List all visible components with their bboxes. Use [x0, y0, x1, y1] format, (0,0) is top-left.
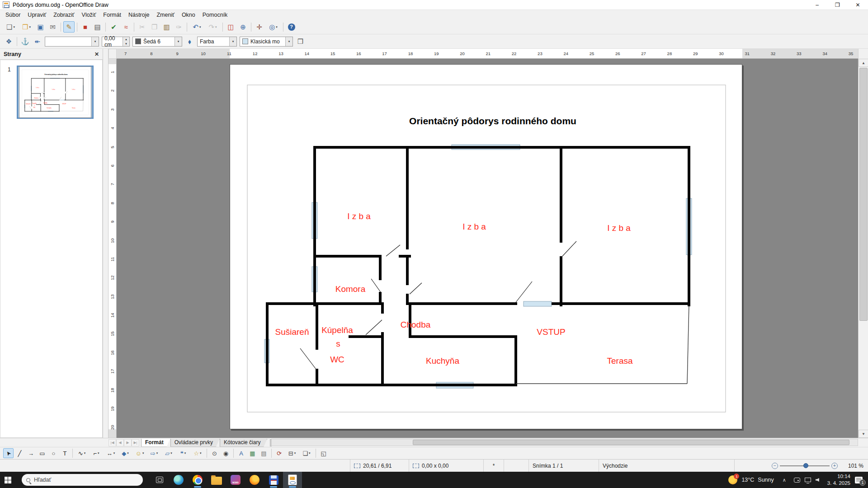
select-icon[interactable]: ➤▾: [3, 448, 14, 458]
email-icon[interactable]: ✉▾: [47, 21, 58, 33]
network-icon[interactable]: [805, 478, 811, 482]
horizontal-scrollbar[interactable]: [271, 439, 858, 446]
new-document-icon[interactable]: ❑▾: [3, 21, 18, 33]
document-page[interactable]: Orientačný pôdorys rodinného domu: [230, 64, 742, 429]
tab-nav-button[interactable]: |◀: [108, 439, 116, 446]
open-icon[interactable]: ❒▾: [19, 21, 34, 33]
basic-shapes-icon[interactable]: ◆▾: [118, 448, 132, 458]
taskbar-search-input[interactable]: Hľadať: [22, 474, 143, 486]
taskbar-backup-app[interactable]: [264, 472, 283, 488]
menu-item[interactable]: Pomocník: [199, 11, 231, 19]
vertical-ruler[interactable]: 1234567891011121314151617181920: [108, 59, 117, 438]
cast-icon[interactable]: [794, 478, 800, 483]
menu-item[interactable]: Formát: [99, 11, 125, 19]
lines-arrows-icon[interactable]: ↔▾: [104, 448, 118, 458]
zoom-out-icon[interactable]: −: [772, 463, 778, 469]
menu-item[interactable]: Upraviť: [24, 11, 50, 19]
print-icon[interactable]: ▤▾: [92, 21, 103, 33]
menu-item[interactable]: Okno: [178, 11, 199, 19]
taskbar-clock[interactable]: 10:14 3. 4. 2025: [823, 473, 855, 487]
drawing-canvas[interactable]: Orientačný pôdorys rodinného domu: [117, 59, 858, 438]
line-style-combo[interactable]: ▾: [45, 37, 99, 47]
line-icon[interactable]: ╱▾: [14, 448, 25, 458]
connector-icon[interactable]: ⌐▾: [90, 448, 103, 458]
rectangle-icon[interactable]: ▭▾: [37, 448, 47, 458]
line-color-combo[interactable]: Šedá 6 ▾: [132, 37, 182, 47]
flowchart-icon[interactable]: ▱▾: [162, 448, 175, 458]
auto-spellcheck-icon[interactable]: ≈▾: [120, 21, 132, 33]
glue-points-icon[interactable]: ◉▾: [221, 448, 231, 458]
fontwork-icon[interactable]: A▾: [236, 448, 246, 458]
shadow-icon[interactable]: ❒▾: [295, 36, 306, 47]
page-style[interactable]: Východzie: [599, 460, 735, 472]
chart-icon[interactable]: ◫▾: [225, 21, 236, 33]
tab-nav-button[interactable]: ▶|: [132, 439, 139, 446]
edit-points-icon[interactable]: ⊙▾: [209, 448, 220, 458]
copy-icon[interactable]: ❐▾: [149, 21, 160, 33]
taskbar-chrome[interactable]: [188, 472, 207, 488]
alignment-icon[interactable]: ⊟▾: [285, 448, 299, 458]
arrange-icon[interactable]: ❏▾: [300, 448, 313, 458]
panel-splitter[interactable]: [103, 49, 108, 438]
scroll-down-icon[interactable]: ▼: [859, 430, 868, 438]
curve-icon[interactable]: ∿▾: [75, 448, 89, 458]
zoom-percentage[interactable]: 101 %: [843, 463, 868, 469]
gallery-icon[interactable]: ▤▾: [259, 448, 269, 458]
notification-icon[interactable]: 1: [855, 477, 863, 483]
panel-close-icon[interactable]: ✕: [94, 51, 99, 57]
menu-item[interactable]: Súbor: [2, 11, 24, 19]
cut-icon[interactable]: ✂▾: [137, 21, 148, 33]
clone-formatting-icon[interactable]: ✑▾: [173, 21, 184, 33]
zoom-icon[interactable]: ◎▾: [266, 21, 281, 33]
zoom-slider-thumb[interactable]: [803, 463, 808, 468]
tab-nav-button[interactable]: ◀: [116, 439, 124, 446]
export-pdf-icon[interactable]: ■▾: [80, 21, 91, 33]
scroll-up-icon[interactable]: ▲: [859, 59, 868, 67]
menu-item[interactable]: Nástroje: [125, 11, 153, 19]
spellcheck-icon[interactable]: ✔▾: [108, 21, 119, 33]
arrow-icon[interactable]: →▾: [26, 448, 36, 458]
taskbar-m365[interactable]: M365: [226, 472, 245, 488]
taskbar-edge[interactable]: [169, 472, 188, 488]
redo-icon[interactable]: ↷▾: [205, 21, 220, 33]
block-arrows-icon[interactable]: ⇨▾: [147, 448, 161, 458]
menu-item[interactable]: Zobraziť: [50, 11, 78, 19]
tab-nav-button[interactable]: ▶: [124, 439, 132, 446]
help-icon[interactable]: ?▾: [286, 21, 297, 33]
tray-expand-icon[interactable]: ∧: [778, 477, 790, 483]
page-thumbnail[interactable]: [17, 66, 94, 119]
vertical-scroll-thumb[interactable]: [859, 68, 868, 321]
edit-mode-icon[interactable]: ✎▾: [63, 21, 75, 33]
area-style-combo[interactable]: Farba ▾: [197, 37, 237, 47]
start-button[interactable]: [0, 472, 15, 488]
volume-icon[interactable]: [816, 478, 819, 482]
area-style-icon[interactable]: ⬧: [184, 36, 195, 47]
horizontal-ruler[interactable]: 7891011121314151617181920212223242526272…: [117, 49, 858, 59]
zoom-in-icon[interactable]: +: [831, 463, 838, 469]
arrow-style-icon[interactable]: ↞▾: [32, 36, 43, 47]
vertical-scrollbar[interactable]: ▲ ▼: [858, 49, 868, 438]
taskbar-file-explorer[interactable]: [207, 472, 226, 488]
fill-color-combo[interactable]: Klasická mo ▾: [240, 37, 293, 47]
hyperlink-icon[interactable]: ⊕▾: [237, 21, 249, 33]
taskbar-firefox[interactable]: [245, 472, 264, 488]
text-icon[interactable]: T▾: [60, 448, 70, 458]
task-view-button[interactable]: [150, 472, 169, 488]
symbol-shapes-icon[interactable]: ☺▾: [133, 448, 146, 458]
maximize-button[interactable]: ❐: [827, 0, 848, 9]
from-file-icon[interactable]: ▦▾: [247, 448, 258, 458]
edit-points-icon[interactable]: ❖▾: [3, 36, 14, 47]
horizontal-scroll-thumb[interactable]: [413, 440, 849, 445]
navigator-icon[interactable]: ✛▾: [254, 21, 265, 33]
menu-item[interactable]: Zmeniť: [153, 11, 178, 19]
stars-icon[interactable]: ☆▾: [191, 448, 204, 458]
zoom-slider[interactable]: [780, 465, 830, 466]
rotate-icon[interactable]: ⟳▾: [274, 448, 284, 458]
anchor-icon[interactable]: ⚓▾: [19, 36, 31, 47]
paste-icon[interactable]: ▥▾: [161, 21, 172, 33]
menu-item[interactable]: Vložiť: [78, 11, 100, 19]
taskbar-openoffice-draw[interactable]: [283, 472, 302, 488]
weather-widget[interactable]: 1 13°C Sunny: [724, 472, 778, 488]
extrusion-icon[interactable]: ◱▾: [318, 448, 329, 458]
callouts-icon[interactable]: ❝▾: [176, 448, 190, 458]
